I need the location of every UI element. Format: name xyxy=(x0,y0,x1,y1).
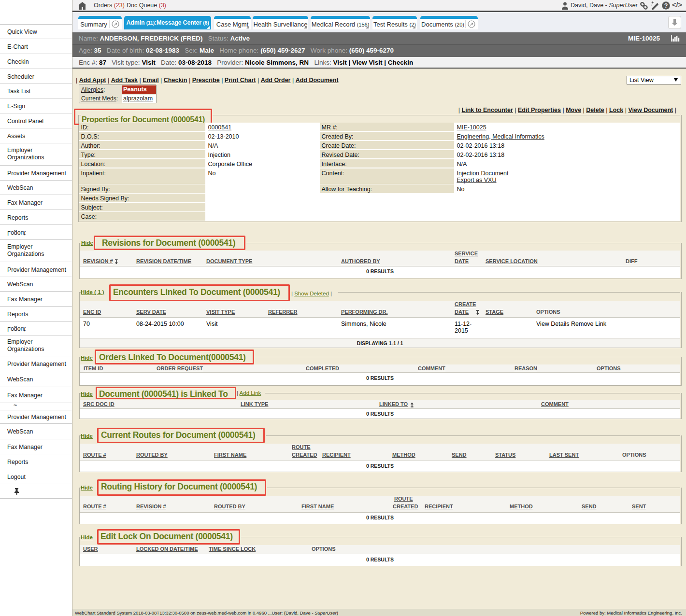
svg-text:?: ? xyxy=(664,2,668,9)
